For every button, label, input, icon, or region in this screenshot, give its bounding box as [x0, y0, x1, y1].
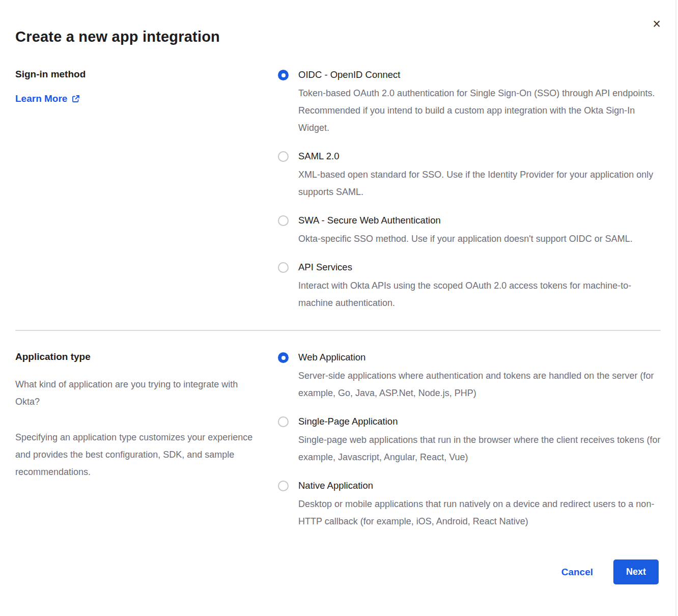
radio-option-text: API Services Interact with Okta APIs usi… [298, 261, 661, 312]
dialog-footer: Cancel Next [15, 559, 661, 584]
radio-button-icon[interactable] [278, 151, 289, 162]
radio-option-label: Single-Page Application [298, 415, 661, 428]
radio-option-text: Web Application Server-side applications… [298, 351, 661, 402]
radio-button-icon[interactable] [278, 262, 289, 273]
close-button[interactable]: × [653, 17, 661, 31]
external-link-icon [72, 95, 80, 103]
radio-option-text: SAML 2.0 XML-based open standard for SSO… [298, 150, 661, 201]
radio-option-description: Single-page web applications that run in… [298, 431, 661, 466]
radio-option-label: Web Application [298, 351, 661, 363]
cancel-button[interactable]: Cancel [561, 567, 593, 578]
application-type-question: What kind of application are you trying … [15, 376, 265, 410]
dialog-title: Create a new app integration [15, 29, 661, 45]
radio-option-text: SWA - Secure Web Authentication Okta-spe… [298, 214, 633, 247]
radio-option-description: XML-based open standard for SSO. Use if … [298, 166, 661, 201]
close-icon: × [653, 16, 661, 32]
sign-in-method-options: OIDC - OpenID Connect Token-based OAuth … [278, 69, 661, 312]
radio-button-icon[interactable] [278, 416, 289, 427]
radio-option-description: Interact with Okta APIs using the scoped… [298, 277, 661, 312]
radio-option-api-services[interactable]: API Services Interact with Okta APIs usi… [278, 261, 661, 312]
application-type-explanation: Specifying an application type customize… [15, 429, 265, 481]
application-type-section: Application type What kind of applicatio… [15, 351, 661, 530]
sign-in-method-label: Sign-in method [15, 69, 274, 80]
radio-option-native-application[interactable]: Native Application Desktop or mobile app… [278, 480, 661, 530]
application-type-options: Web Application Server-side applications… [278, 351, 661, 530]
create-app-integration-dialog: × Create a new app integration Sign-in m… [0, 0, 678, 616]
radio-option-oidc-openid-connect[interactable]: OIDC - OpenID Connect Token-based OAuth … [278, 69, 661, 136]
radio-option-description: Okta-specific SSO method. Use if your ap… [298, 230, 633, 247]
sign-in-method-left-column: Sign-in method Learn More [15, 69, 274, 104]
radio-option-label: OIDC - OpenID Connect [298, 69, 661, 81]
learn-more-label: Learn More [15, 93, 67, 104]
sign-in-method-section: Sign-in method Learn More OIDC - OpenID … [15, 69, 661, 312]
radio-option-description: Token-based OAuth 2.0 authentication for… [298, 85, 661, 136]
radio-option-label: API Services [298, 261, 661, 273]
radio-option-web-application[interactable]: Web Application Server-side applications… [278, 351, 661, 402]
section-divider [15, 330, 661, 331]
radio-option-label: Native Application [298, 480, 661, 492]
radio-option-text: Single-Page Application Single-page web … [298, 415, 661, 466]
next-button[interactable]: Next [613, 559, 659, 584]
radio-button-icon[interactable] [278, 481, 289, 491]
radio-option-text: Native Application Desktop or mobile app… [298, 480, 661, 530]
radio-option-single-page-application[interactable]: Single-Page Application Single-page web … [278, 415, 661, 466]
radio-option-saml-2-0[interactable]: SAML 2.0 XML-based open standard for SSO… [278, 150, 661, 201]
radio-button-icon[interactable] [278, 70, 289, 80]
radio-option-description: Server-side applications where authentic… [298, 367, 661, 402]
radio-option-swa-secure-web-authentication[interactable]: SWA - Secure Web Authentication Okta-spe… [278, 214, 661, 247]
learn-more-link[interactable]: Learn More [15, 93, 80, 104]
radio-button-icon[interactable] [278, 215, 289, 226]
radio-button-icon[interactable] [278, 352, 289, 363]
radio-option-label: SWA - Secure Web Authentication [298, 214, 633, 227]
application-type-label: Application type [15, 351, 274, 362]
radio-option-label: SAML 2.0 [298, 150, 661, 162]
application-type-left-column: Application type What kind of applicatio… [15, 351, 274, 481]
radio-option-description: Desktop or mobile applications that run … [298, 495, 661, 530]
radio-option-text: OIDC - OpenID Connect Token-based OAuth … [298, 69, 661, 136]
right-edge-line [675, 0, 676, 616]
